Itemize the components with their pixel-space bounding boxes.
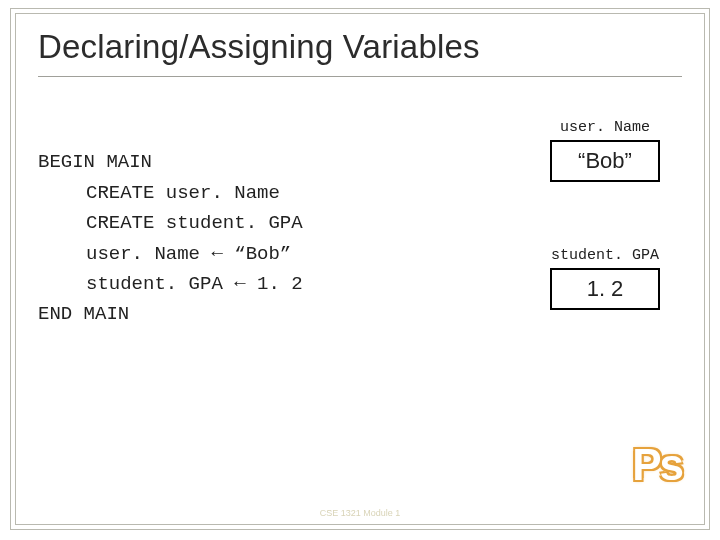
- code-line: CREATE student. GPA: [86, 212, 303, 234]
- slide-inner-border: Declaring/Assigning Variables BEGIN MAIN…: [15, 13, 705, 525]
- code-line: CREATE user. Name: [86, 182, 280, 204]
- content-area: BEGIN MAIN CREATE user. Name CREATE stud…: [38, 117, 682, 360]
- footer-center: CSE 1321 Module 1: [320, 508, 401, 518]
- variable-label: user. Name: [550, 119, 660, 136]
- variable-box: “Bob”: [550, 140, 660, 182]
- code-line: BEGIN MAIN: [38, 151, 152, 173]
- code-line: END MAIN: [38, 303, 129, 325]
- variable-label: student. GPA: [550, 247, 660, 264]
- slide-outer-border: Declaring/Assigning Variables BEGIN MAIN…: [10, 8, 710, 530]
- code-line: student. GPA ← 1. 2: [86, 273, 303, 295]
- page-title: Declaring/Assigning Variables: [38, 28, 682, 77]
- variable-studentgpa: student. GPA 1. 2: [550, 247, 660, 310]
- ps-logo-icon: Ps: [632, 440, 682, 490]
- variable-box: 1. 2: [550, 268, 660, 310]
- variable-username: user. Name “Bob”: [550, 119, 660, 182]
- code-line: user. Name ← “Bob”: [86, 243, 291, 265]
